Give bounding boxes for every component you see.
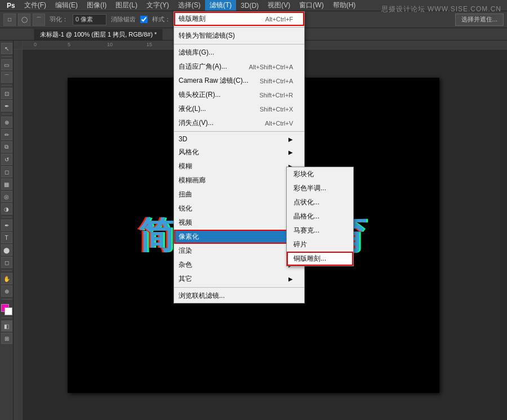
- menubar-text[interactable]: 文字(Y): [142, 0, 174, 11]
- pixelate-engrave[interactable]: 铜版雕刻...: [287, 252, 353, 266]
- tool-eraser[interactable]: ◻: [1, 166, 12, 177]
- arrow-stylize: [288, 149, 293, 155]
- menu-sep-3: [174, 131, 304, 132]
- color-swatch[interactable]: [1, 304, 12, 315]
- tool-dodge[interactable]: ◑: [1, 203, 12, 215]
- filter-video[interactable]: 视频: [174, 216, 304, 230]
- tool-clone[interactable]: ⧉: [1, 141, 12, 153]
- pixelate-colorize[interactable]: 彩块化: [287, 167, 353, 181]
- pixelate-crystallize[interactable]: 晶格化...: [287, 209, 353, 224]
- filter-sharpen[interactable]: 锐化: [174, 202, 304, 216]
- menubar-ps[interactable]: Ps: [2, 0, 20, 11]
- pixelate-fragment[interactable]: 碎片: [287, 238, 353, 252]
- filter-gallery[interactable]: 滤镜库(G)...: [174, 46, 304, 60]
- toolbar-mode-rect[interactable]: □: [3, 14, 16, 26]
- tool-rect-select[interactable]: ▭: [1, 59, 12, 70]
- filter-liquify[interactable]: 液化(L)... Shift+Ctrl+X: [174, 102, 304, 116]
- tool-extra1[interactable]: ◧: [1, 320, 12, 332]
- filter-camera-raw[interactable]: Camera Raw 滤镜(C)... Shift+Ctrl+A: [174, 74, 304, 88]
- tool-extra2[interactable]: ⊞: [1, 333, 12, 344]
- tool-move[interactable]: ↖: [1, 43, 12, 54]
- menu-sep-2: [174, 44, 304, 44]
- style-label: 样式：: [150, 15, 173, 24]
- select-mask-btn[interactable]: 选择并遮住...: [455, 14, 504, 26]
- tool-text[interactable]: T: [1, 232, 12, 243]
- pixelate-color-halftone[interactable]: 彩色半调...: [287, 181, 353, 195]
- ruler-tick: 0: [34, 42, 37, 47]
- pixelate-pointillize[interactable]: 点状化...: [287, 195, 353, 209]
- menubar-file[interactable]: 文件(F): [20, 0, 51, 11]
- watermark-text: 思摄设计论坛 WWW.SISE.COM.CN: [381, 5, 501, 14]
- tool-history-brush[interactable]: ↺: [1, 154, 12, 165]
- filter-3d[interactable]: 3D: [174, 133, 304, 145]
- menubar-edit[interactable]: 编辑(E): [51, 0, 82, 11]
- menubar-view[interactable]: 视图(V): [263, 0, 295, 11]
- aa-label: 消除锯齿: [109, 15, 138, 24]
- menubar-filter[interactable]: 滤镜(T): [205, 0, 236, 11]
- pixelate-mosaic[interactable]: 马赛克...: [287, 224, 353, 238]
- toolbar-mode-lasso[interactable]: ⌒: [33, 14, 45, 26]
- background-color[interactable]: [5, 307, 12, 315]
- filter-menu: 镜版雕刻 Alt+Ctrl+F 转换为智能滤镜(S) 滤镜库(G)... 自适应…: [174, 11, 305, 303]
- filter-browse-online[interactable]: 浏览联机滤镜...: [174, 289, 304, 303]
- tool-lasso[interactable]: ⌒: [1, 72, 12, 83]
- filter-adaptive-wide[interactable]: 自适应广角(A)... Alt+Shift+Ctrl+A: [174, 60, 304, 74]
- tool-crop[interactable]: ⊡: [1, 88, 12, 99]
- tool-gradient[interactable]: ▦: [1, 178, 12, 190]
- ruler-left: [14, 41, 23, 420]
- menubar-layer[interactable]: 图层(L): [111, 0, 142, 11]
- ruler-corner: [14, 41, 23, 50]
- ruler-tick: 15: [146, 42, 152, 47]
- menubar-image[interactable]: 图像(I): [82, 0, 111, 11]
- toolbox: ↖ ▭ ⌒ ⊡ ✒ ⊕ ✏ ⧉ ↺ ◻ ▦ ◎ ◑ ✒ T ⬤ ◻ ✋ ⊕ ◧ …: [0, 41, 14, 420]
- filter-other[interactable]: 其它: [174, 272, 304, 286]
- arrow-other: [288, 276, 293, 282]
- menubar-help[interactable]: 帮助(H): [328, 0, 361, 11]
- filter-blur-gallery[interactable]: 模糊画廊: [174, 173, 304, 187]
- menubar-select[interactable]: 选择(S): [174, 0, 205, 11]
- aa-checkbox[interactable]: [140, 16, 148, 23]
- menu-sep-1: [174, 27, 304, 28]
- toolbar-mode-ellipse[interactable]: ◯: [18, 14, 30, 26]
- tool-zoom[interactable]: ⊕: [1, 285, 12, 297]
- filter-render[interactable]: 渲染: [174, 244, 304, 258]
- filter-lens-correction[interactable]: 镜头校正(R)... Shift+Ctrl+R: [174, 88, 304, 102]
- tool-heal[interactable]: ⊕: [1, 117, 12, 128]
- filter-blur[interactable]: 模糊: [174, 159, 304, 173]
- arrow-3d: [288, 136, 293, 142]
- filter-pixelate[interactable]: 像素化: [174, 230, 304, 244]
- tool-blur[interactable]: ◎: [1, 191, 12, 202]
- feather-label: 羽化：: [47, 15, 70, 24]
- menubar-window[interactable]: 窗口(W): [295, 0, 328, 11]
- menu-bar: Ps 文件(F) 编辑(E) 图像(I) 图层(L) 文字(Y) 选择(S) 滤…: [0, 0, 507, 11]
- tool-eyedropper[interactable]: ✒: [1, 100, 12, 111]
- ruler-tick: 10: [107, 42, 113, 47]
- tool-path-select[interactable]: ⬤: [1, 244, 12, 256]
- filter-stylize[interactable]: 风格化: [174, 145, 304, 159]
- tool-pen[interactable]: ✒: [1, 220, 12, 231]
- tool-shape[interactable]: ◻: [1, 257, 12, 268]
- menubar-3d[interactable]: 3D(D): [236, 0, 263, 11]
- menu-sep-4: [174, 287, 304, 288]
- filter-convert-smart[interactable]: 转换为智能滤镜(S): [174, 29, 304, 43]
- ruler-tick: 5: [68, 42, 70, 47]
- filter-noise[interactable]: 杂色: [174, 258, 304, 272]
- feather-input[interactable]: [73, 14, 106, 25]
- filter-last-filter[interactable]: 镜版雕刻 Alt+Ctrl+F: [174, 12, 304, 26]
- tool-hand[interactable]: ✋: [1, 273, 12, 284]
- filter-distort[interactable]: 扭曲: [174, 187, 304, 202]
- tool-brush[interactable]: ✏: [1, 129, 12, 140]
- filter-vanishing-point[interactable]: 消失点(V)... Alt+Ctrl+V: [174, 116, 304, 130]
- canvas-tab[interactable]: 未标题-1 @ 100% (图层 1 拷贝, RGB/8#) *: [34, 29, 163, 40]
- pixelate-submenu: 彩块化 彩色半调... 点状化... 晶格化... 马赛克... 碎片 铜版雕刻…: [286, 167, 354, 266]
